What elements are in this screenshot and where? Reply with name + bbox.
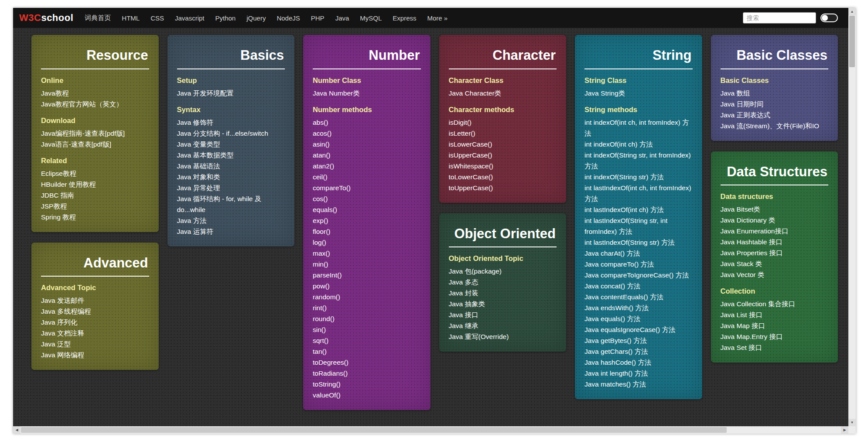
nav-item-mysql[interactable]: MySQL — [360, 14, 382, 22]
nav-item-[interactable]: 词典首页 — [85, 14, 111, 22]
card-link[interactable]: Java concat() 方法 — [584, 282, 640, 290]
card-link[interactable]: max() — [313, 250, 330, 257]
card-link[interactable]: isDigit() — [449, 119, 472, 126]
card-link[interactable]: toDegrees() — [313, 359, 349, 366]
card-link[interactable]: atan2() — [313, 162, 334, 170]
card-link[interactable]: Java 分支结构 - if...else/switch — [177, 130, 268, 137]
card-link[interactable]: Java charAt() 方法 — [584, 250, 640, 257]
card-link[interactable]: Java Stack 类 — [721, 260, 762, 267]
card-link[interactable]: Java 网络编程 — [41, 351, 84, 359]
card-link[interactable]: floor() — [313, 228, 330, 235]
nav-item-nodejs[interactable]: NodeJS — [277, 14, 300, 22]
card-link[interactable]: Java Hashtable 接口 — [721, 238, 783, 246]
card-link[interactable]: round() — [313, 315, 335, 322]
card-link[interactable]: Java Vector 类 — [721, 271, 765, 278]
card-link[interactable]: Java Dictionary 类 — [721, 216, 776, 224]
card-link[interactable]: Java 抽象类 — [449, 300, 485, 308]
card-link[interactable]: int indexOf(int ch, int fromIndex) 方法 — [584, 119, 689, 137]
card-link[interactable]: Java 方法 — [177, 217, 207, 224]
card-link[interactable]: asin() — [313, 140, 330, 148]
nav-item-html[interactable]: HTML — [122, 14, 140, 22]
card-link[interactable]: compareTo() — [313, 184, 351, 192]
vertical-scroll-track[interactable] — [848, 15, 856, 419]
nav-item-jquery[interactable]: jQuery — [246, 14, 266, 22]
card-link[interactable]: valueOf() — [313, 391, 341, 399]
vertical-scroll-thumb[interactable] — [849, 16, 855, 67]
card-link[interactable]: ceil() — [313, 173, 328, 181]
card-link[interactable]: Java语言-速查表[pdf版] — [41, 140, 111, 148]
card-link[interactable]: toString() — [313, 380, 341, 388]
nav-item-css[interactable]: CSS — [150, 14, 164, 22]
card-link[interactable]: tan() — [313, 348, 327, 355]
card-link[interactable]: Java int length() 方法 — [584, 370, 648, 377]
card-link[interactable]: sqrt() — [313, 337, 328, 344]
card-link[interactable]: int lastIndexOf(String str) 方法 — [584, 239, 675, 246]
card-link[interactable]: toUpperCase() — [449, 184, 493, 192]
card-link[interactable]: HBuilder 使用教程 — [41, 181, 96, 188]
card-link[interactable]: Java 对象和类 — [177, 173, 220, 181]
site-logo[interactable]: W3Cschool — [19, 12, 73, 24]
card-link[interactable]: Java 文档注释 — [41, 329, 84, 337]
card-link[interactable]: Java Number类 — [313, 89, 360, 97]
card-link[interactable]: Java equalsIgnoreCase() 方法 — [584, 326, 676, 333]
card-link[interactable]: Java getChars() 方法 — [584, 348, 648, 355]
card-link[interactable]: Eclipse教程 — [41, 170, 76, 177]
card-link[interactable]: Java 封装 — [449, 289, 478, 297]
card-link[interactable]: cos() — [313, 195, 328, 202]
card-link[interactable]: Java 基础语法 — [177, 162, 220, 170]
horizontal-scrollbar[interactable]: ◀ ▶ — [13, 426, 848, 434]
card-link[interactable]: Java contentEquals() 方法 — [584, 293, 663, 301]
nav-item-javascript[interactable]: Javascript — [175, 14, 205, 22]
card-link[interactable]: Java 日期时间 — [721, 100, 764, 108]
card-link[interactable]: JDBC 指南 — [41, 192, 74, 199]
card-link[interactable]: Java教程 — [41, 89, 69, 97]
card-link[interactable]: Java Collection 集合接口 — [721, 300, 795, 308]
card-link[interactable]: Java matches() 方法 — [584, 380, 646, 388]
card-link[interactable]: Java String类 — [584, 89, 625, 97]
card-link[interactable]: Java 重写(Override) — [449, 333, 509, 340]
card-link[interactable]: int indexOf(int ch) 方法 — [584, 140, 653, 148]
card-link[interactable]: Java 正则表达式 — [721, 111, 771, 119]
card-link[interactable]: Java compareTo() 方法 — [584, 260, 654, 268]
card-link[interactable]: isWhitespace() — [449, 162, 494, 170]
card-link[interactable]: Java 循环结构 - for, while 及 do...while — [177, 195, 262, 213]
horizontal-scroll-thumb[interactable] — [21, 427, 727, 433]
card-link[interactable]: Java 开发环境配置 — [177, 89, 234, 97]
card-link[interactable]: pow() — [313, 282, 330, 290]
card-link[interactable]: random() — [313, 293, 340, 301]
card-link[interactable]: Java 异常处理 — [177, 184, 220, 192]
card-link[interactable]: int indexOf(String str, int fromIndex) 方… — [584, 151, 691, 170]
card-link[interactable]: isLowerCase() — [449, 140, 492, 148]
card-link[interactable]: Java equals() 方法 — [584, 315, 640, 322]
card-link[interactable]: Java endsWith() 方法 — [584, 304, 649, 312]
scroll-left-icon[interactable]: ◀ — [13, 426, 21, 434]
card-link[interactable]: atan() — [313, 151, 331, 159]
card-link[interactable]: Java Character类 — [449, 89, 502, 97]
scroll-down-icon[interactable]: ▼ — [848, 419, 856, 426]
card-link[interactable]: Java 接口 — [449, 311, 478, 318]
card-link[interactable]: acos() — [313, 130, 331, 137]
card-link[interactable]: rint() — [313, 304, 327, 312]
card-link[interactable]: sin() — [313, 326, 326, 333]
card-link[interactable]: Java 序列化 — [41, 318, 78, 326]
card-link[interactable]: int lastIndexOf(String str, int fromInde… — [584, 217, 667, 235]
card-link[interactable]: Java 多态 — [449, 278, 478, 286]
card-link[interactable]: Java Map 接口 — [721, 322, 765, 329]
card-link[interactable]: abs() — [313, 119, 328, 126]
card-link[interactable]: int indexOf(String str) 方法 — [584, 173, 664, 181]
card-link[interactable]: Java List 接口 — [721, 311, 762, 318]
card-link[interactable]: Java 多线程编程 — [41, 308, 91, 315]
vertical-scrollbar[interactable]: ▲ ▼ — [848, 8, 856, 426]
theme-toggle[interactable] — [820, 14, 838, 22]
card-link[interactable]: equals() — [313, 206, 337, 213]
card-link[interactable]: Java getBytes() 方法 — [584, 337, 647, 344]
card-link[interactable]: Java 发送邮件 — [41, 297, 84, 304]
nav-item-more[interactable]: More » — [427, 14, 448, 22]
scroll-right-icon[interactable]: ▶ — [841, 426, 848, 434]
nav-item-php[interactable]: PHP — [311, 14, 325, 22]
card-link[interactable]: Java 数组 — [721, 89, 750, 97]
card-link[interactable]: Java 包(package) — [449, 267, 502, 275]
card-link[interactable]: Java 变量类型 — [177, 140, 220, 148]
card-link[interactable]: toLowerCase() — [449, 173, 493, 181]
card-link[interactable]: exp() — [313, 217, 328, 224]
